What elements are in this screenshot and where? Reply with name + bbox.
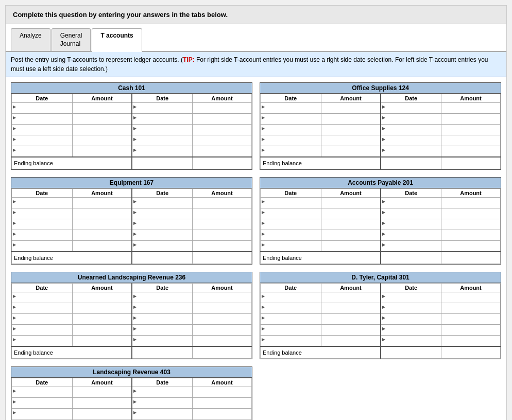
table-row [261, 230, 501, 241]
amount-right-input[interactable] [194, 136, 250, 145]
amount-left-input[interactable] [74, 147, 131, 156]
date-left-input[interactable] [18, 147, 71, 156]
table-row [261, 114, 501, 125]
date-right-input[interactable] [387, 103, 440, 113]
table-row [12, 314, 252, 325]
date-right-input[interactable] [139, 136, 191, 145]
date-left-input[interactable] [18, 103, 71, 113]
amount-right-cell [192, 114, 251, 125]
tab-general-journal[interactable]: GeneralJournal [52, 28, 91, 51]
table-row [261, 103, 501, 114]
account-d-tyler-capital-301: D. Tyler, Capital 301 Date Amount Date A… [260, 272, 501, 359]
table-row [12, 325, 252, 336]
ending-amount-right-input[interactable] [194, 159, 250, 168]
tabs-bar: Analyze GeneralJournal T accounts [6, 24, 506, 52]
account-title-landscaping-revenue: Landscaping Revenue 403 [11, 367, 252, 378]
amount-left-input[interactable] [74, 103, 131, 113]
t-table-equipment: Date Amount Date Amount [11, 188, 252, 264]
amount-right-input[interactable] [194, 147, 250, 156]
amount-right-cell [192, 125, 251, 135]
date-left-input[interactable] [18, 125, 71, 134]
table-row [261, 303, 501, 314]
page-wrapper: Complete this question by entering your … [5, 5, 507, 420]
table-row [12, 387, 252, 398]
date-left-input[interactable] [267, 103, 320, 113]
account-title-d-tyler-capital: D. Tyler, Capital 301 [260, 272, 501, 283]
amount-left-cell [72, 146, 132, 157]
ending-date-right-input[interactable] [133, 159, 191, 168]
col-date-left: Date [261, 94, 321, 103]
col-amount-right: Amount [441, 94, 500, 103]
table-row [261, 219, 501, 230]
table-row [12, 208, 252, 219]
account-office-supplies-124: Office Supplies 124 Date Amount Date Amo… [260, 82, 501, 170]
amount-right-input[interactable] [194, 114, 250, 124]
table-row [12, 303, 252, 314]
t-table-cash: Date Amount Date Amount [11, 94, 252, 169]
table-row [261, 146, 501, 157]
amount-right-cell [192, 135, 251, 146]
amount-left-input[interactable] [74, 136, 131, 145]
amount-left-input[interactable] [322, 103, 380, 113]
account-title-equipment: Equipment 167 [11, 178, 252, 188]
ending-balance-right-amount [192, 157, 251, 169]
date-left-cell [12, 125, 73, 135]
amount-left-cell [72, 135, 132, 146]
table-row [261, 125, 501, 135]
ending-balance-row: Ending balance [261, 157, 501, 169]
col-amount-left: Amount [321, 94, 381, 103]
date-right-input[interactable] [139, 114, 191, 124]
ending-balance-label-left: Ending balance [12, 157, 132, 169]
ending-balance-row: Ending balance [261, 252, 501, 264]
table-row [12, 219, 252, 230]
amount-left-input[interactable] [74, 114, 131, 124]
date-right-cell [132, 125, 192, 135]
date-right-input[interactable] [139, 103, 191, 113]
amount-right-input[interactable] [442, 103, 499, 113]
table-row [261, 292, 501, 303]
date-right-cell [132, 103, 192, 114]
ending-balance-input-left[interactable] [56, 159, 97, 168]
table-row [12, 103, 252, 114]
table-row [12, 146, 252, 157]
amount-right-input[interactable] [194, 103, 250, 113]
table-row [261, 208, 501, 219]
amount-left-cell [72, 125, 132, 135]
content-area: Cash 101 Date Amount Date Amount [6, 77, 506, 420]
amount-right-input[interactable] [194, 125, 250, 134]
table-row [12, 114, 252, 125]
date-left-cell [12, 103, 73, 114]
date-right-cell [132, 146, 192, 157]
date-right-input[interactable] [139, 125, 191, 134]
ending-balance-right-date [132, 157, 192, 169]
t-table-unearned: Date Amount Date Amount [11, 283, 252, 359]
table-row [261, 135, 501, 146]
date-left-input[interactable] [18, 136, 71, 145]
account-title-office-supplies: Office Supplies 124 [260, 83, 501, 94]
account-unearned-landscaping-revenue-236: Unearned Landscaping Revenue 236 Date Am… [11, 272, 252, 359]
t-table-d-tyler-capital: Date Amount Date Amount [260, 283, 501, 359]
date-right-input[interactable] [139, 147, 191, 156]
account-cash-101: Cash 101 Date Amount Date Amount [11, 82, 252, 170]
col-date-left: Date [12, 94, 73, 103]
amount-left-cell [72, 114, 132, 125]
amount-right-cell [192, 103, 251, 114]
accounts-grid: Cash 101 Date Amount Date Amount [11, 82, 501, 420]
amount-left-cell [72, 103, 132, 114]
ending-balance-row: Ending balance [261, 346, 501, 359]
date-right-cell [132, 114, 192, 125]
tab-analyze[interactable]: Analyze [11, 28, 50, 51]
table-row [12, 135, 252, 146]
col-amount-left: Amount [72, 94, 132, 103]
date-left-input[interactable] [18, 114, 71, 124]
tab-t-accounts[interactable]: T accounts [92, 28, 142, 52]
instructions-text: Complete this question by entering your … [13, 11, 228, 19]
account-equipment-167: Equipment 167 Date Amount Date Amount [11, 177, 252, 265]
ending-balance-row: Ending balance [12, 157, 252, 169]
tip-label: TIP: [183, 56, 195, 63]
amount-left-input[interactable] [74, 125, 131, 134]
table-row [261, 314, 501, 325]
table-row [261, 241, 501, 252]
table-row [12, 241, 252, 252]
col-date-right: Date [132, 94, 192, 103]
